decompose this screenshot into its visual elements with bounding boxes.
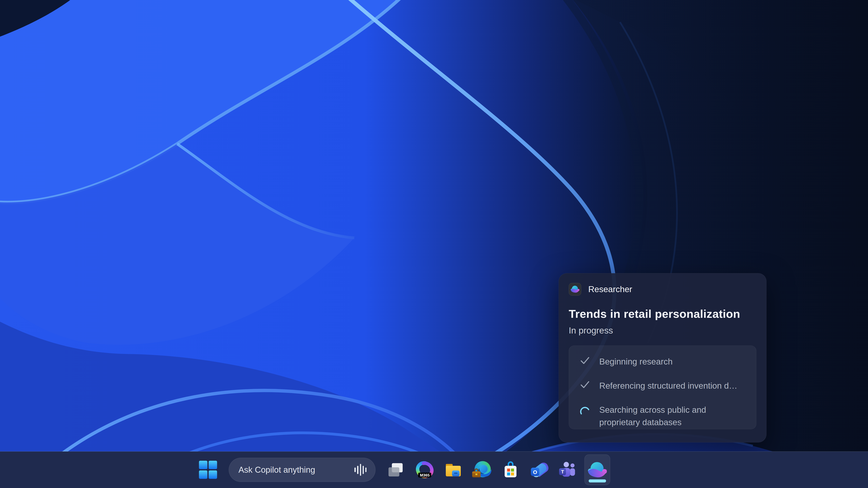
researcher-logo-icon [570, 285, 580, 294]
microsoft-store-icon [501, 460, 521, 480]
check-icon [579, 379, 591, 390]
research-status: In progress [569, 325, 756, 336]
taskbar-app-cluster: Ask Copilot anything [196, 452, 610, 488]
research-title: Trends in retail personalization [569, 307, 756, 321]
step-label: Beginning research [599, 355, 673, 368]
edge-browser-icon [472, 460, 492, 480]
step-label: Referencing structured invention d… [599, 379, 737, 392]
research-step-in-progress: Searching across public and proprietary … [579, 403, 747, 429]
researcher-flyout[interactable]: Researcher Trends in retail personalizat… [559, 273, 767, 443]
research-step-done-2: Referencing structured invention d… [579, 379, 747, 392]
researcher-logo-icon [587, 460, 607, 480]
m365-copilot-icon: M365 [415, 460, 435, 480]
search-placeholder: Ask Copilot anything [239, 465, 315, 475]
desktop: Researcher Trends in retail personalizat… [0, 0, 868, 488]
start-button[interactable] [196, 455, 220, 485]
step-label: Searching across public and proprietary … [599, 403, 726, 429]
copilot-search-box[interactable]: Ask Copilot anything [229, 458, 375, 482]
researcher-app-icon [569, 283, 581, 296]
taskbar-item-m365-copilot[interactable]: M365 [413, 455, 437, 485]
voice-waveform-icon[interactable] [354, 463, 367, 476]
taskbar: Ask Copilot anything [0, 451, 868, 488]
taskbar-item-file-explorer[interactable] [441, 455, 465, 485]
task-view-icon [386, 460, 406, 480]
teams-icon: T [558, 460, 578, 480]
spinner-icon [579, 406, 591, 417]
taskbar-item-task-view[interactable] [384, 455, 408, 485]
active-app-indicator [589, 479, 606, 483]
m365-badge: M365 [420, 473, 430, 477]
taskbar-item-teams[interactable]: T [556, 455, 580, 485]
taskbar-item-edge-for-business[interactable] [470, 455, 494, 485]
researcher-flyout-header: Researcher [569, 283, 756, 296]
research-step-done-1: Beginning research [579, 355, 747, 368]
taskbar-item-researcher-active[interactable] [585, 455, 610, 485]
outlook-icon: O [529, 460, 549, 480]
teams-badge: T [561, 469, 564, 475]
outlook-badge: O [533, 469, 537, 475]
taskbar-item-microsoft-store[interactable] [499, 455, 523, 485]
researcher-app-name: Researcher [588, 285, 632, 294]
research-steps-panel: Beginning research Referencing structure… [569, 346, 756, 429]
check-icon [579, 355, 591, 366]
windows-logo-icon [198, 460, 218, 479]
file-explorer-icon [443, 460, 463, 480]
taskbar-item-outlook[interactable]: O [527, 455, 551, 485]
